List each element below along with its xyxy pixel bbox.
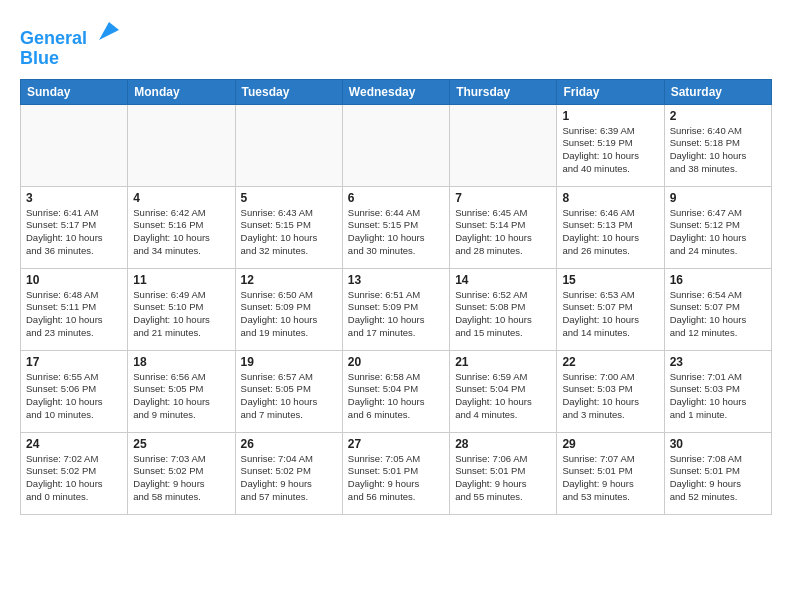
calendar-cell: 12Sunrise: 6:50 AM Sunset: 5:09 PM Dayli… xyxy=(235,268,342,350)
calendar-cell: 28Sunrise: 7:06 AM Sunset: 5:01 PM Dayli… xyxy=(450,432,557,514)
week-row-3: 17Sunrise: 6:55 AM Sunset: 5:06 PM Dayli… xyxy=(21,350,772,432)
week-row-1: 3Sunrise: 6:41 AM Sunset: 5:17 PM Daylig… xyxy=(21,186,772,268)
day-number: 12 xyxy=(241,273,337,287)
day-number: 9 xyxy=(670,191,766,205)
calendar-table: SundayMondayTuesdayWednesdayThursdayFrid… xyxy=(20,79,772,515)
day-info: Sunrise: 6:52 AM Sunset: 5:08 PM Dayligh… xyxy=(455,289,551,340)
day-info: Sunrise: 7:07 AM Sunset: 5:01 PM Dayligh… xyxy=(562,453,658,504)
day-number: 8 xyxy=(562,191,658,205)
week-row-0: 1Sunrise: 6:39 AM Sunset: 5:19 PM Daylig… xyxy=(21,104,772,186)
calendar-cell: 14Sunrise: 6:52 AM Sunset: 5:08 PM Dayli… xyxy=(450,268,557,350)
day-number: 25 xyxy=(133,437,229,451)
day-number: 29 xyxy=(562,437,658,451)
calendar-cell: 23Sunrise: 7:01 AM Sunset: 5:03 PM Dayli… xyxy=(664,350,771,432)
calendar-cell: 9Sunrise: 6:47 AM Sunset: 5:12 PM Daylig… xyxy=(664,186,771,268)
day-number: 1 xyxy=(562,109,658,123)
day-info: Sunrise: 6:40 AM Sunset: 5:18 PM Dayligh… xyxy=(670,125,766,176)
weekday-header-sunday: Sunday xyxy=(21,79,128,104)
day-number: 28 xyxy=(455,437,551,451)
calendar-cell: 29Sunrise: 7:07 AM Sunset: 5:01 PM Dayli… xyxy=(557,432,664,514)
calendar-cell: 7Sunrise: 6:45 AM Sunset: 5:14 PM Daylig… xyxy=(450,186,557,268)
day-number: 24 xyxy=(26,437,122,451)
day-info: Sunrise: 6:48 AM Sunset: 5:11 PM Dayligh… xyxy=(26,289,122,340)
day-info: Sunrise: 6:44 AM Sunset: 5:15 PM Dayligh… xyxy=(348,207,444,258)
day-number: 14 xyxy=(455,273,551,287)
weekday-header-tuesday: Tuesday xyxy=(235,79,342,104)
day-info: Sunrise: 6:54 AM Sunset: 5:07 PM Dayligh… xyxy=(670,289,766,340)
day-info: Sunrise: 7:08 AM Sunset: 5:01 PM Dayligh… xyxy=(670,453,766,504)
day-number: 18 xyxy=(133,355,229,369)
weekday-row: SundayMondayTuesdayWednesdayThursdayFrid… xyxy=(21,79,772,104)
day-info: Sunrise: 7:02 AM Sunset: 5:02 PM Dayligh… xyxy=(26,453,122,504)
day-number: 30 xyxy=(670,437,766,451)
day-info: Sunrise: 6:58 AM Sunset: 5:04 PM Dayligh… xyxy=(348,371,444,422)
calendar-cell: 1Sunrise: 6:39 AM Sunset: 5:19 PM Daylig… xyxy=(557,104,664,186)
day-number: 27 xyxy=(348,437,444,451)
day-number: 26 xyxy=(241,437,337,451)
calendar-cell: 2Sunrise: 6:40 AM Sunset: 5:18 PM Daylig… xyxy=(664,104,771,186)
calendar-cell: 13Sunrise: 6:51 AM Sunset: 5:09 PM Dayli… xyxy=(342,268,449,350)
calendar-cell: 27Sunrise: 7:05 AM Sunset: 5:01 PM Dayli… xyxy=(342,432,449,514)
day-info: Sunrise: 6:50 AM Sunset: 5:09 PM Dayligh… xyxy=(241,289,337,340)
week-row-4: 24Sunrise: 7:02 AM Sunset: 5:02 PM Dayli… xyxy=(21,432,772,514)
calendar-cell: 3Sunrise: 6:41 AM Sunset: 5:17 PM Daylig… xyxy=(21,186,128,268)
calendar-cell xyxy=(128,104,235,186)
day-info: Sunrise: 6:42 AM Sunset: 5:16 PM Dayligh… xyxy=(133,207,229,258)
calendar-cell: 18Sunrise: 6:56 AM Sunset: 5:05 PM Dayli… xyxy=(128,350,235,432)
day-info: Sunrise: 6:51 AM Sunset: 5:09 PM Dayligh… xyxy=(348,289,444,340)
calendar-cell: 24Sunrise: 7:02 AM Sunset: 5:02 PM Dayli… xyxy=(21,432,128,514)
svg-marker-0 xyxy=(99,22,119,40)
calendar-cell: 11Sunrise: 6:49 AM Sunset: 5:10 PM Dayli… xyxy=(128,268,235,350)
day-number: 6 xyxy=(348,191,444,205)
day-info: Sunrise: 6:45 AM Sunset: 5:14 PM Dayligh… xyxy=(455,207,551,258)
calendar-cell: 15Sunrise: 6:53 AM Sunset: 5:07 PM Dayli… xyxy=(557,268,664,350)
weekday-header-monday: Monday xyxy=(128,79,235,104)
logo-blue: Blue xyxy=(20,49,123,69)
calendar-cell xyxy=(450,104,557,186)
day-number: 17 xyxy=(26,355,122,369)
calendar-cell: 26Sunrise: 7:04 AM Sunset: 5:02 PM Dayli… xyxy=(235,432,342,514)
day-number: 23 xyxy=(670,355,766,369)
day-number: 11 xyxy=(133,273,229,287)
day-info: Sunrise: 7:01 AM Sunset: 5:03 PM Dayligh… xyxy=(670,371,766,422)
day-info: Sunrise: 7:03 AM Sunset: 5:02 PM Dayligh… xyxy=(133,453,229,504)
day-info: Sunrise: 7:00 AM Sunset: 5:03 PM Dayligh… xyxy=(562,371,658,422)
calendar-cell: 22Sunrise: 7:00 AM Sunset: 5:03 PM Dayli… xyxy=(557,350,664,432)
weekday-header-thursday: Thursday xyxy=(450,79,557,104)
calendar-cell xyxy=(342,104,449,186)
logo-general: General xyxy=(20,28,87,48)
day-number: 4 xyxy=(133,191,229,205)
day-info: Sunrise: 6:43 AM Sunset: 5:15 PM Dayligh… xyxy=(241,207,337,258)
day-number: 3 xyxy=(26,191,122,205)
day-info: Sunrise: 6:46 AM Sunset: 5:13 PM Dayligh… xyxy=(562,207,658,258)
day-info: Sunrise: 6:39 AM Sunset: 5:19 PM Dayligh… xyxy=(562,125,658,176)
day-info: Sunrise: 7:05 AM Sunset: 5:01 PM Dayligh… xyxy=(348,453,444,504)
weekday-header-friday: Friday xyxy=(557,79,664,104)
day-info: Sunrise: 7:04 AM Sunset: 5:02 PM Dayligh… xyxy=(241,453,337,504)
day-number: 22 xyxy=(562,355,658,369)
calendar-cell: 8Sunrise: 6:46 AM Sunset: 5:13 PM Daylig… xyxy=(557,186,664,268)
day-number: 5 xyxy=(241,191,337,205)
day-number: 20 xyxy=(348,355,444,369)
week-row-2: 10Sunrise: 6:48 AM Sunset: 5:11 PM Dayli… xyxy=(21,268,772,350)
day-number: 16 xyxy=(670,273,766,287)
day-info: Sunrise: 6:57 AM Sunset: 5:05 PM Dayligh… xyxy=(241,371,337,422)
page: General Blue SundayMondayTuesdayWednesda… xyxy=(0,0,792,525)
day-number: 15 xyxy=(562,273,658,287)
day-number: 7 xyxy=(455,191,551,205)
calendar-cell: 21Sunrise: 6:59 AM Sunset: 5:04 PM Dayli… xyxy=(450,350,557,432)
day-number: 19 xyxy=(241,355,337,369)
day-info: Sunrise: 6:56 AM Sunset: 5:05 PM Dayligh… xyxy=(133,371,229,422)
calendar-cell: 25Sunrise: 7:03 AM Sunset: 5:02 PM Dayli… xyxy=(128,432,235,514)
calendar-cell: 4Sunrise: 6:42 AM Sunset: 5:16 PM Daylig… xyxy=(128,186,235,268)
calendar-cell xyxy=(21,104,128,186)
calendar-cell: 5Sunrise: 6:43 AM Sunset: 5:15 PM Daylig… xyxy=(235,186,342,268)
day-info: Sunrise: 6:55 AM Sunset: 5:06 PM Dayligh… xyxy=(26,371,122,422)
day-info: Sunrise: 6:47 AM Sunset: 5:12 PM Dayligh… xyxy=(670,207,766,258)
calendar-cell: 30Sunrise: 7:08 AM Sunset: 5:01 PM Dayli… xyxy=(664,432,771,514)
weekday-header-saturday: Saturday xyxy=(664,79,771,104)
day-info: Sunrise: 6:49 AM Sunset: 5:10 PM Dayligh… xyxy=(133,289,229,340)
calendar-cell: 17Sunrise: 6:55 AM Sunset: 5:06 PM Dayli… xyxy=(21,350,128,432)
header: General Blue xyxy=(20,16,772,69)
logo-text: General xyxy=(20,16,123,49)
